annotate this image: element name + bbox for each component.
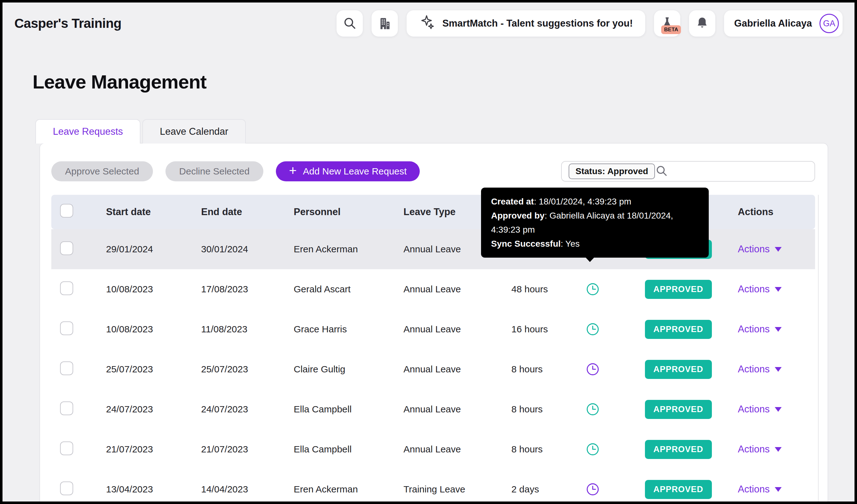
search-icon [342, 16, 357, 31]
cell-amount: 2 days [511, 484, 583, 494]
tooltip-sync-line: Sync Successful: Yes [491, 237, 699, 251]
filter-search-bar[interactable]: Status: Approved [561, 161, 815, 182]
beta-badge: BETA [661, 25, 681, 34]
chevron-down-icon [775, 447, 782, 452]
cell-personnel: Eren Ackerman [294, 484, 403, 494]
cell-amount: 16 hours [511, 324, 583, 334]
app-title: Casper's Training [14, 16, 121, 31]
status-filter-chip[interactable]: Status: Approved [569, 163, 655, 179]
table-row: 13/04/2023 14/04/2023 Eren Ackerman Trai… [51, 469, 815, 504]
approve-selected-button[interactable]: Approve Selected [51, 161, 153, 181]
row-checkbox[interactable] [60, 281, 73, 295]
cell-start-date: 10/08/2023 [106, 324, 201, 334]
row-checkbox[interactable] [60, 361, 73, 375]
smartmatch-button[interactable]: SmartMatch - Talent suggestions for you! [407, 10, 645, 37]
user-menu[interactable]: Gabriella Alicaya GA [724, 10, 843, 37]
row-actions-button[interactable]: Actions [738, 484, 814, 495]
cell-personnel: Gerald Ascart [294, 284, 403, 295]
global-search-button[interactable] [337, 10, 363, 37]
table-toolbar: Approve Selected Decline Selected + Add … [51, 161, 815, 182]
cell-leave-type: Training Leave [403, 484, 511, 494]
tab-leave-calendar[interactable]: Leave Calendar [142, 119, 246, 143]
table-body: 29/01/2024 30/01/2024 Eren Ackerman Annu… [51, 229, 815, 504]
cell-personnel: Eren Ackerman [294, 244, 403, 255]
cell-start-date: 29/01/2024 [106, 244, 201, 255]
clock-icon[interactable] [586, 282, 600, 296]
plus-icon: + [289, 164, 297, 177]
cell-leave-type: Annual Leave [403, 364, 511, 375]
row-checkbox[interactable] [60, 441, 73, 455]
status-badge: APPROVED [645, 400, 712, 419]
cell-end-date: 21/07/2023 [201, 444, 294, 455]
cell-personnel: Ella Campbell [294, 404, 403, 415]
user-name: Gabriella Alicaya [734, 18, 812, 29]
tab-bar: Leave Requests Leave Calendar [35, 119, 855, 143]
cell-leave-type: Annual Leave [403, 404, 511, 415]
cell-personnel: Claire Gultig [294, 364, 403, 375]
sparkles-icon [419, 14, 435, 33]
top-bar: Casper's Training SmartMatch - Talent su… [2, 2, 855, 45]
cell-amount: 8 hours [511, 364, 583, 375]
chevron-down-icon [775, 487, 782, 492]
status-badge: APPROVED [645, 480, 712, 499]
cell-amount: 48 hours [511, 284, 583, 295]
cell-start-date: 21/07/2023 [106, 444, 201, 455]
cell-amount: 8 hours [511, 444, 583, 455]
cell-amount: 8 hours [511, 404, 583, 415]
row-actions-button[interactable]: Actions [738, 404, 814, 415]
tab-leave-requests[interactable]: Leave Requests [35, 119, 140, 143]
labs-beta-button[interactable]: BETA [654, 10, 680, 37]
add-leave-request-button[interactable]: + Add New Leave Request [276, 161, 420, 181]
row-actions-label: Actions [738, 324, 770, 335]
leave-requests-panel: Approve Selected Decline Selected + Add … [39, 143, 828, 504]
cell-end-date: 11/08/2023 [201, 324, 294, 334]
row-actions-label: Actions [738, 283, 770, 295]
notifications-button[interactable] [689, 10, 715, 37]
column-header-actions: Actions [738, 206, 814, 218]
cell-leave-type: Annual Leave [403, 444, 511, 455]
row-checkbox[interactable] [60, 401, 73, 415]
top-bar-actions: SmartMatch - Talent suggestions for you!… [337, 10, 843, 37]
row-actions-button[interactable]: Actions [738, 283, 814, 295]
tooltip-created-line: Created at: 18/01/2024, 4:39:23 pm [491, 194, 699, 209]
row-actions-button[interactable]: Actions [738, 244, 814, 255]
row-actions-button[interactable]: Actions [738, 364, 814, 375]
row-actions-label: Actions [738, 484, 770, 495]
status-badge: APPROVED [645, 440, 712, 459]
filter-search-icon [655, 164, 668, 178]
chevron-down-icon [775, 327, 782, 332]
scrollbar[interactable] [818, 195, 819, 504]
clock-icon[interactable] [586, 442, 600, 456]
smartmatch-label: SmartMatch - Talent suggestions for you! [442, 18, 633, 29]
bell-icon [695, 16, 709, 31]
cell-start-date: 10/08/2023 [106, 284, 201, 295]
cell-end-date: 25/07/2023 [201, 364, 294, 375]
select-all-checkbox[interactable] [60, 204, 73, 218]
row-checkbox[interactable] [60, 321, 73, 335]
decline-selected-button[interactable]: Decline Selected [166, 161, 263, 181]
clock-icon[interactable] [586, 362, 600, 377]
add-leave-request-label: Add New Leave Request [303, 166, 407, 177]
column-header-end-date: End date [201, 206, 294, 218]
clock-icon[interactable] [586, 482, 600, 497]
row-checkbox[interactable] [60, 482, 73, 495]
row-actions-label: Actions [738, 364, 770, 375]
cell-end-date: 24/07/2023 [201, 404, 294, 415]
cell-personnel: Ella Campbell [294, 444, 403, 455]
row-actions-button[interactable]: Actions [738, 444, 814, 455]
table-row: 25/07/2023 25/07/2023 Claire Gultig Annu… [51, 349, 815, 389]
cell-end-date: 14/04/2023 [201, 484, 294, 494]
organisation-button[interactable] [372, 10, 398, 37]
row-checkbox[interactable] [60, 241, 73, 255]
status-badge: APPROVED [645, 360, 712, 379]
row-actions-button[interactable]: Actions [738, 324, 814, 335]
cell-leave-type: Annual Leave [403, 324, 511, 334]
chevron-down-icon [775, 287, 782, 292]
column-header-personnel: Personnel [294, 206, 403, 218]
chevron-down-icon [775, 407, 782, 412]
cell-leave-type: Annual Leave [403, 284, 511, 295]
clock-icon[interactable] [586, 322, 600, 336]
table-row: 21/07/2023 21/07/2023 Ella Campbell Annu… [51, 429, 815, 469]
table-row: 24/07/2023 24/07/2023 Ella Campbell Annu… [51, 389, 815, 429]
clock-icon[interactable] [586, 402, 600, 416]
